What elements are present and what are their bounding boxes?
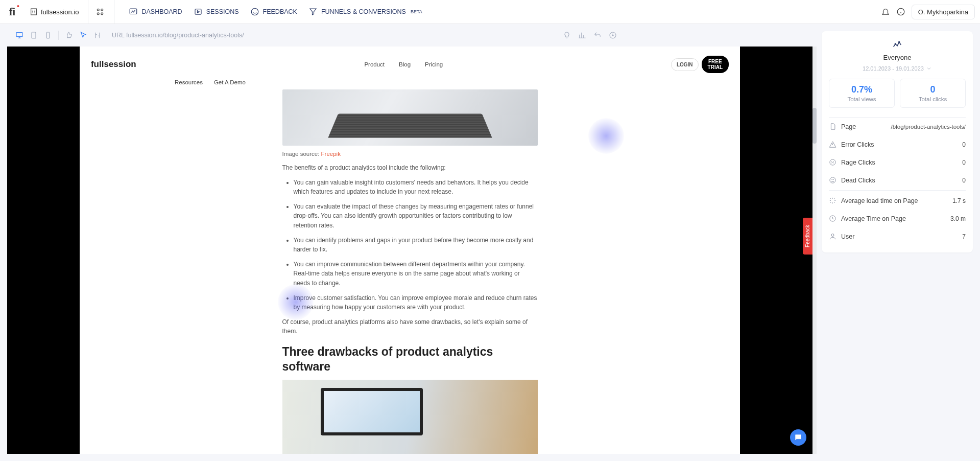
svg-point-1: [98, 9, 100, 11]
user-icon: [829, 233, 836, 240]
smile-icon: [250, 7, 259, 16]
panel-title: Everyone: [829, 54, 966, 61]
analytics-panel: Everyone 12.01.2023 - 19.01.2023 0.7% To…: [822, 31, 973, 252]
stat-load-time: Average load time on Page 1.7 s: [829, 192, 966, 210]
benefits-list: You can gain valuable insight into custo…: [282, 178, 538, 312]
article-image-1: [282, 89, 538, 146]
adjust-button[interactable]: [92, 30, 103, 40]
app-header: fi• fullsession.io DASHBOARD SESSIONS FE…: [0, 0, 980, 24]
analytics-sidebar: Everyone 12.01.2023 - 19.01.2023 0.7% To…: [817, 24, 980, 461]
page-icon: [829, 123, 836, 130]
analytics-icon: [892, 38, 903, 50]
nav-funnels[interactable]: FUNNELS & CONVERSIONSBETA: [308, 7, 422, 16]
stat-page: Page /blog/product-analytics-tools/: [829, 118, 966, 135]
bell-icon[interactable]: [881, 7, 890, 16]
embedded-logo: fullsession: [91, 59, 136, 70]
main-nav: DASHBOARD SESSIONS FEEDBACK FUNNELS & CO…: [129, 0, 422, 24]
logo-block: fi• fullsession.io: [5, 0, 88, 24]
freepik-link-1[interactable]: Freepik: [321, 151, 341, 157]
download-button[interactable]: [608, 30, 618, 40]
svg-point-15: [830, 159, 835, 165]
svg-rect-0: [31, 9, 37, 15]
stat-list: Page /blog/product-analytics-tools/ Erro…: [829, 117, 966, 245]
svg-point-2: [101, 9, 103, 11]
login-button[interactable]: LOGIN: [671, 58, 699, 71]
url-display: URL fullsession.io/blog/product-analytic…: [112, 32, 244, 39]
heatmap-toolbar: URL fullsession.io/blog/product-analytic…: [7, 24, 625, 47]
total-clicks-card: 0 Total clicks: [900, 79, 966, 108]
cursor-button[interactable]: [78, 30, 88, 40]
rage-icon: [829, 158, 836, 166]
total-clicks-label: Total clicks: [903, 96, 962, 102]
svg-point-7: [251, 8, 258, 15]
stat-avg-time: Average Time on Page 3.0 m: [829, 210, 966, 227]
svg-point-3: [98, 13, 100, 15]
bullet-item: You can improve communication between di…: [294, 260, 538, 288]
heatmap-viewport: fullsession Product Blog Pricing LOGIN F…: [7, 47, 812, 454]
play-icon: [194, 7, 203, 16]
funnel-icon: [308, 7, 318, 16]
bullet-item: You can identify problems and gaps in yo…: [294, 236, 538, 255]
clock-icon: [829, 215, 836, 222]
nav-sessions[interactable]: SESSIONS: [194, 7, 239, 16]
total-views-label: Total views: [832, 96, 891, 102]
image-caption-1: Image source: Freepik: [282, 151, 538, 157]
device-mobile-button[interactable]: [43, 30, 53, 40]
svg-rect-9: [16, 33, 22, 37]
menu-pricing[interactable]: Pricing: [425, 61, 443, 67]
fullsession-logo[interactable]: fi•: [5, 5, 19, 19]
device-tablet-button[interactable]: [29, 30, 39, 40]
chat-icon: [794, 433, 802, 442]
svg-rect-6: [195, 9, 201, 15]
stat-rage-clicks: Rage Clicks 0: [829, 153, 966, 171]
apps-switcher[interactable]: [95, 0, 114, 24]
menu-blog[interactable]: Blog: [399, 61, 411, 67]
dashboard-icon: [129, 7, 138, 16]
user-menu[interactable]: O. Mykhoparkina: [912, 5, 975, 19]
chat-launcher[interactable]: [790, 429, 806, 446]
svg-point-4: [101, 13, 103, 15]
date-range-selector[interactable]: 12.01.2023 - 19.01.2023: [829, 65, 966, 72]
page-canvas[interactable]: fullsession Product Blog Pricing LOGIN F…: [80, 47, 740, 454]
loader-icon: [829, 197, 836, 204]
svg-point-16: [830, 177, 835, 183]
stat-page-value: /blog/product-analytics-tools/: [891, 124, 966, 130]
total-views-card: 0.7% Total views: [829, 79, 895, 108]
embedded-menu: Product Blog Pricing: [364, 61, 443, 67]
chart-button[interactable]: [577, 30, 587, 40]
total-clicks-value: 0: [903, 84, 962, 95]
undo-button[interactable]: [592, 30, 603, 40]
outro-paragraph: Of course, product analytics platforms a…: [282, 317, 538, 336]
device-desktop-button[interactable]: [14, 30, 25, 40]
site-selector[interactable]: fullsession.io: [30, 8, 79, 16]
info-icon[interactable]: [896, 7, 905, 16]
svg-point-18: [831, 234, 834, 237]
menu-demo[interactable]: Get A Demo: [214, 79, 246, 85]
thumbs-up-button[interactable]: [64, 30, 74, 40]
svg-rect-10: [32, 32, 36, 38]
article-image-2: [282, 380, 538, 454]
site-name: fullsession.io: [41, 8, 79, 16]
nav-feedback[interactable]: FEEDBACK: [250, 7, 297, 16]
menu-resources[interactable]: Resources: [175, 79, 203, 85]
free-trial-button[interactable]: FREETRIAL: [702, 56, 729, 73]
nav-dashboard[interactable]: DASHBOARD: [129, 7, 182, 16]
bullet-item: Improve customer satisfaction. You can i…: [294, 293, 538, 312]
header-right: O. Mykhoparkina: [881, 5, 975, 19]
beta-badge: BETA: [411, 9, 422, 14]
article-heading: Three drawbacks of product analytics sof…: [282, 344, 538, 374]
stat-dead-clicks: Dead Clicks 0: [829, 171, 966, 189]
svg-rect-11: [46, 32, 49, 38]
stat-error-clicks: Error Clicks 0: [829, 135, 966, 153]
bullet-item: You can evaluate the impact of these cha…: [294, 202, 538, 230]
feedback-tab[interactable]: Feedback: [803, 218, 812, 255]
scrollbar[interactable]: [812, 47, 817, 454]
stat-user: User 7: [829, 227, 966, 245]
menu-product[interactable]: Product: [364, 61, 385, 67]
grid-icon: [95, 7, 105, 16]
embedded-page-nav: fullsession Product Blog Pricing LOGIN F…: [80, 56, 740, 77]
lightbulb-button[interactable]: [562, 30, 572, 40]
article-body: Image source: Freepik The benefits of a …: [277, 89, 543, 454]
chevron-down-icon: [926, 65, 932, 72]
error-icon: [829, 141, 836, 148]
